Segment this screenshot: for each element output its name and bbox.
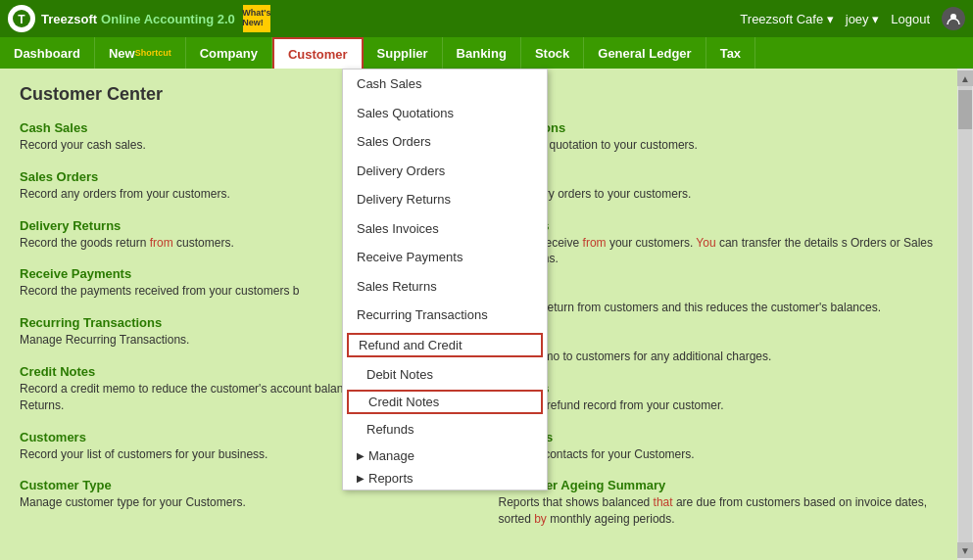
dd-sales-invoices[interactable]: Sales Invoices	[343, 214, 547, 244]
nav-company[interactable]: Company	[186, 37, 272, 69]
scroll-thumb[interactable]	[958, 90, 972, 129]
section-desc-orders: ny delivery orders to your customers.	[499, 186, 939, 203]
dd-cash-sales[interactable]: Cash Sales	[343, 70, 547, 99]
nav-customer[interactable]: Customer	[272, 37, 364, 69]
section-title-contacts[interactable]: Contacts	[499, 430, 939, 444]
topbar: T Treezsoft Online Accounting 2.0 What's…	[0, 0, 973, 37]
navbar: Dashboard NewShortcut Company Customer S…	[0, 37, 973, 69]
manage-arrow-icon: ▶	[357, 450, 365, 461]
section-title-notes[interactable]: Notes	[499, 332, 939, 347]
dd-credit-notes-container: Credit Notes	[343, 389, 547, 415]
dd-reports[interactable]: ▶ Reports	[343, 467, 547, 490]
dd-delivery-orders[interactable]: Delivery Orders	[343, 157, 547, 186]
user-menu[interactable]: joey ▾	[846, 12, 879, 26]
svg-text:T: T	[18, 13, 25, 26]
dd-credit-notes[interactable]: Credit Notes	[347, 390, 543, 414]
dd-debit-notes[interactable]: Debit Notes	[343, 360, 547, 390]
nav-stock[interactable]: Stock	[521, 37, 584, 69]
app-name: Online Accounting 2.0	[101, 12, 235, 26]
section-desc-invoices: nvoices receive from your customers. You…	[499, 235, 939, 268]
brand-name: Treezsoft	[41, 12, 97, 26]
dd-sales-returns[interactable]: Sales Returns	[343, 272, 547, 302]
section-title-customer-ageing[interactable]: Customer Ageing Summary	[499, 478, 939, 492]
user-avatar	[942, 7, 965, 30]
nav-general-ledger[interactable]: General Ledger	[584, 37, 705, 69]
logout-button[interactable]: Logout	[891, 12, 930, 26]
section-title-orders[interactable]: Orders	[499, 169, 939, 184]
section-desc-notes: debit memo to customers for any addition…	[499, 349, 939, 365]
cafe-menu[interactable]: Treezsoft Cafe ▾	[740, 12, 833, 26]
scroll-up-button[interactable]: ▲	[957, 70, 973, 86]
nav-supplier[interactable]: Supplier	[364, 37, 443, 69]
section-refunds: Refunds Create a refund record from your…	[499, 381, 939, 414]
nav-new[interactable]: NewShortcut	[95, 37, 186, 69]
section-orders: Orders ny delivery orders to your custom…	[499, 169, 939, 203]
customer-dropdown: Cash Sales Sales Quotations Sales Orders…	[342, 69, 548, 490]
dd-receive-payments[interactable]: Receive Payments	[343, 243, 547, 272]
right-column: Quotations our sales quotation to your c…	[499, 120, 939, 543]
section-desc-contacts: Manage contacts for your Customers.	[499, 446, 939, 463]
section-returns: Returns e goods return from customers an…	[499, 283, 939, 316]
section-desc-returns: e goods return from customers and this r…	[499, 300, 939, 316]
dd-delivery-returns[interactable]: Delivery Returns	[343, 185, 547, 214]
dd-manage[interactable]: ▶ Manage	[343, 444, 547, 467]
sticky-note[interactable]: What'sNew!	[243, 5, 270, 32]
section-contacts: Contacts Manage contacts for your Custom…	[499, 430, 939, 463]
section-invoices: Invoices nvoices receive from your custo…	[499, 218, 939, 268]
scroll-down-button[interactable]: ▼	[957, 542, 973, 558]
dd-sales-quotations[interactable]: Sales Quotations	[343, 99, 547, 128]
section-desc-customer-ageing: Reports that shows balanced that are due…	[499, 494, 939, 528]
section-desc-quotations: our sales quotation to your customers.	[499, 137, 939, 154]
section-desc-customer-type: Manage customer type for your Customers.	[20, 494, 460, 511]
section-title-returns[interactable]: Returns	[499, 283, 939, 298]
reports-arrow-icon: ▶	[357, 473, 365, 484]
nav-dashboard[interactable]: Dashboard	[0, 37, 95, 69]
logo-icon: T	[8, 5, 35, 32]
section-title-refunds[interactable]: Refunds	[499, 381, 939, 396]
section-quotations: Quotations our sales quotation to your c…	[499, 120, 939, 154]
dd-manage-label: Manage	[368, 448, 414, 463]
section-title-invoices[interactable]: Invoices	[499, 218, 939, 233]
dd-sales-orders[interactable]: Sales Orders	[343, 127, 547, 157]
section-customer-ageing: Customer Ageing Summary Reports that sho…	[499, 478, 939, 528]
dd-refund-credit[interactable]: Refund and Credit	[347, 333, 543, 357]
scrollbar[interactable]: ▲ ▼	[957, 69, 973, 560]
section-title-quotations[interactable]: Quotations	[499, 120, 939, 135]
dd-refunds[interactable]: Refunds	[343, 415, 547, 444]
nav-tax[interactable]: Tax	[706, 37, 755, 69]
scroll-track[interactable]	[958, 86, 972, 542]
dd-reports-label: Reports	[368, 471, 414, 486]
section-notes: Notes debit memo to customers for any ad…	[499, 332, 939, 365]
nav-banking[interactable]: Banking	[443, 37, 521, 69]
dd-recurring-transactions[interactable]: Recurring Transactions	[343, 301, 547, 330]
right-menu: Treezsoft Cafe ▾ joey ▾ Logout	[740, 7, 965, 30]
section-desc-refunds: Create a refund record from your custome…	[499, 397, 939, 414]
dd-refund-credit-container: Refund and Credit	[343, 330, 547, 360]
